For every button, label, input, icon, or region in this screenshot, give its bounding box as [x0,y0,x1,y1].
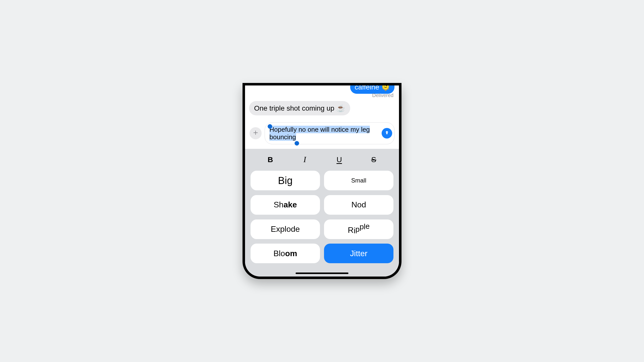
italic-button[interactable]: I [297,155,312,164]
effect-shake-label: Shake [274,200,297,209]
arrow-up-icon [384,130,389,136]
underline-button[interactable]: U [332,155,347,164]
effect-big[interactable]: Big [251,171,320,190]
effect-shake[interactable]: Shake [251,195,320,215]
delivered-status: Delivered [372,93,393,98]
phone-frame: caffeine 🫠 Delivered One triple shot com… [243,83,401,279]
strikethrough-button[interactable]: S [366,155,381,164]
home-indicator[interactable] [296,273,348,274]
effect-explode[interactable]: Explode [251,219,320,239]
effect-ripple[interactable]: Ripple [324,219,393,239]
bold-button[interactable]: B [263,155,278,164]
typed-line1: Hopefully no one will notice my leg [269,126,370,133]
compose-row: Hopefully no one will notice my leg boun… [250,122,394,144]
text-effect-grid: Big Small Shake Nod Explode Ripple Bloom… [251,171,393,264]
effect-ripple-label: Ripple [348,224,370,234]
effect-small[interactable]: Small [324,171,393,190]
format-style-row: B I U S [251,153,393,166]
message-input[interactable]: Hopefully no one will notice my leg boun… [265,122,394,144]
effect-bloom[interactable]: Bloom [251,244,320,263]
messages-pane: caffeine 🫠 Delivered One triple shot com… [245,85,399,149]
effect-jitter[interactable]: Jitter [324,244,393,263]
selection-start-handle[interactable] [268,124,272,129]
effect-nod[interactable]: Nod [324,195,393,215]
received-message-text: One triple shot coming up ☕ [254,104,345,112]
sent-message-text: caffeine 🫠 [355,85,390,91]
send-button[interactable] [382,128,392,139]
typed-selection: bouncing [269,133,296,141]
text-effects-panel: B I U S Big Small Shake Nod Explode Ripp… [245,149,399,277]
effect-bloom-label: Bloom [273,249,297,258]
message-input-text: Hopefully no one will notice my leg boun… [269,126,370,141]
received-message-bubble[interactable]: One triple shot coming up ☕ [249,101,350,115]
plus-icon [253,130,258,137]
add-attachment-button[interactable] [250,127,262,139]
screen: caffeine 🫠 Delivered One triple shot com… [245,85,399,277]
selection-end-handle[interactable] [295,141,299,146]
